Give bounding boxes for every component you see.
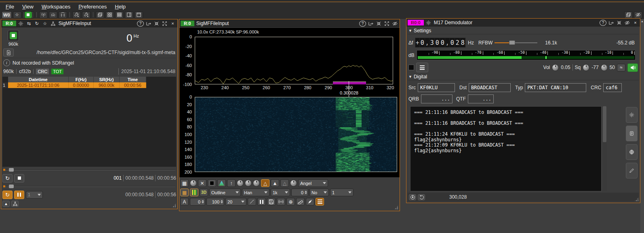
add-feature-button[interactable] — [72, 11, 81, 19]
shrink-icon[interactable] — [616, 19, 623, 26]
open-file-button[interactable] — [3, 48, 14, 57]
qrb-field[interactable]: ... — [421, 94, 452, 103]
demod-menu-button[interactable] — [416, 63, 428, 72]
measurements-button[interactable] — [296, 198, 305, 206]
cascade-workspaces-button[interactable] — [624, 11, 633, 19]
rfbw-slider[interactable] — [495, 40, 537, 45]
tab-packet-log[interactable] — [626, 126, 638, 141]
max-hold-trace-button[interactable]: ▲ — [271, 179, 279, 187]
tab-settings[interactable] — [626, 107, 638, 123]
expand-icon[interactable] — [161, 20, 168, 27]
averaging-count-select[interactable]: 1 — [330, 189, 354, 196]
feature-presets-button[interactable] — [82, 11, 90, 19]
center-frequency-display[interactable]: 0 Hz — [126, 33, 139, 43]
volume-knob[interactable] — [552, 64, 559, 71]
frequency-digit[interactable]: 2 — [455, 38, 460, 47]
help-icon[interactable]: ? — [600, 20, 606, 26]
crc-field[interactable]: caf6 — [603, 83, 622, 92]
spectrum-up-button[interactable]: ↑ — [227, 179, 236, 187]
waterfall-share-select[interactable]: 20 — [225, 198, 246, 206]
spectrum-server-button[interactable] — [277, 198, 285, 206]
help-icon[interactable]: ? — [137, 21, 144, 27]
colormap-gradient-button[interactable] — [217, 179, 226, 187]
digital-section-header[interactable]: ▼ Digital — [408, 73, 639, 80]
log-scrollbar[interactable] — [602, 106, 607, 191]
trace-style-select[interactable]: Outline — [209, 189, 241, 196]
close-icon[interactable]: × — [632, 19, 639, 26]
menu-item-view[interactable]: View — [18, 3, 38, 10]
frequency-digit[interactable]: + — [415, 38, 420, 47]
marker-crosshair-button[interactable]: ⊕ — [286, 198, 295, 206]
trace-decay-knob[interactable] — [253, 180, 260, 187]
pause-button[interactable] — [14, 191, 24, 199]
menu-item-file[interactable]: File — [2, 3, 18, 10]
slider-handle[interactable] — [9, 168, 14, 172]
waterfall-toggle-button[interactable] — [190, 189, 198, 196]
frequency-digit[interactable]: , — [425, 38, 429, 47]
fft-overlap-spin[interactable]: 0 — [291, 189, 308, 196]
menu-item-workspaces[interactable]: Workspaces — [38, 3, 74, 10]
squelch-gate-knob[interactable] — [601, 64, 608, 71]
reload-device-icon[interactable]: ↻ — [34, 20, 40, 27]
audio-select-swatch[interactable] — [408, 65, 414, 70]
move-to-workspace-icon[interactable] — [608, 19, 615, 26]
move-to-workspace-icon[interactable] — [367, 20, 374, 27]
grid-toggle-button[interactable]: ▦ — [180, 179, 189, 187]
clear-markers-button[interactable]: ✕ — [198, 179, 206, 187]
spectrum-menu-button[interactable] — [316, 198, 324, 206]
frame-type-field[interactable]: PKT:DAT CAN:10 — [525, 83, 586, 92]
current-trace-button[interactable]: △ — [261, 179, 269, 187]
freeze-button[interactable] — [257, 198, 266, 206]
tab-edit[interactable] — [626, 163, 638, 178]
move-to-workspace-icon[interactable] — [145, 20, 152, 27]
graph-nodes-button[interactable] — [11, 201, 19, 207]
shrink-icon[interactable] — [153, 20, 160, 27]
column-header[interactable]: Time — [120, 77, 146, 82]
close-icon[interactable]: × — [169, 20, 176, 27]
spectrum-plot[interactable] — [195, 37, 393, 84]
settings-gear-icon[interactable] — [17, 20, 24, 27]
frequency-digit[interactable]: 3 — [429, 38, 435, 47]
hide-all-button[interactable] — [634, 11, 642, 19]
power-range-spin[interactable]: 100 — [206, 198, 224, 206]
tile-windows-button[interactable] — [105, 11, 114, 19]
help-icon[interactable]: ? — [359, 21, 366, 27]
maximize-workspace-button[interactable] — [135, 11, 143, 19]
play-loop-button[interactable]: ↻ — [2, 191, 13, 199]
column-header[interactable]: SR(Hz) — [94, 77, 120, 82]
settings-gear-icon[interactable] — [425, 19, 432, 26]
record-position-slider[interactable] — [2, 168, 176, 172]
column-header[interactable]: F(Hz) — [69, 77, 94, 82]
packet-log[interactable]: === 21:11:16 BROADCAST to BROADCAST === … — [410, 106, 602, 191]
autoscale-button[interactable]: A — [180, 198, 189, 206]
audio-output-button[interactable] — [627, 63, 638, 72]
save-spectrum-button[interactable] — [267, 198, 276, 206]
histogram-toggle-button[interactable]: ▦ — [180, 189, 189, 196]
device-panel-header[interactable]: R:0 ⇆ ↻ ☆ SigMFFileInput ? × — [1, 19, 177, 27]
center-frequency-button[interactable] — [409, 194, 416, 200]
shrink-icon[interactable] — [375, 20, 382, 27]
column-header[interactable]: Datetime — [8, 77, 69, 82]
frequency-digit[interactable]: 8 — [460, 38, 465, 47]
spectrogram-3d-button[interactable]: 3D — [200, 189, 208, 196]
table-row[interactable]: 12025-11-01T21:10:060.00000960.00k00:00:… — [2, 82, 176, 88]
frequency-digit[interactable]: , — [445, 38, 450, 47]
menu-item-help[interactable]: Help — [111, 3, 130, 10]
trace-stroke-knob[interactable] — [290, 180, 297, 187]
trace-intensity-knob[interactable] — [237, 180, 244, 187]
add-tx-device-button[interactable] — [49, 11, 57, 19]
highpass-filter-button[interactable]: ≈ — [617, 64, 625, 71]
add-rx-device-button[interactable] — [39, 11, 48, 19]
waterfall-display[interactable] — [195, 97, 397, 172]
tab-aprs-map[interactable] — [626, 144, 638, 160]
record-stop-button[interactable] — [14, 174, 24, 183]
frequency-dial[interactable]: +0,300,028 — [415, 38, 466, 48]
average-trace-button[interactable]: △ — [280, 179, 289, 187]
frequency-digit[interactable]: 0 — [440, 38, 445, 47]
device-graph-icon[interactable] — [50, 20, 57, 27]
play-position-slider[interactable] — [2, 184, 176, 189]
stack-windows-button[interactable] — [115, 11, 124, 19]
add-mimo-device-button[interactable] — [59, 11, 67, 19]
swap-direction-icon[interactable]: ⇆ — [25, 20, 32, 27]
go-to-marker-button[interactable] — [306, 198, 314, 206]
